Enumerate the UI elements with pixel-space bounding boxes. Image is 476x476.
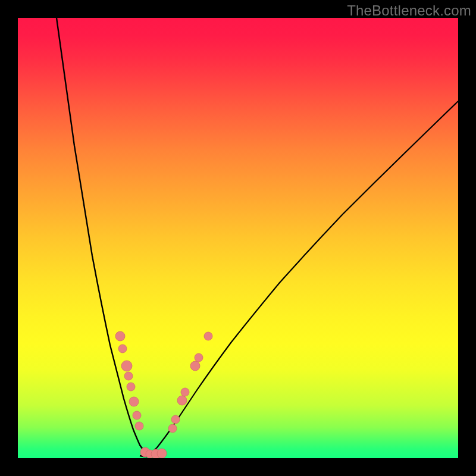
plot-area	[18, 18, 458, 458]
highlight-dot	[135, 422, 143, 430]
highlight-dot	[115, 331, 125, 341]
highlight-dot	[121, 361, 132, 371]
right-curve	[148, 101, 458, 455]
highlight-dot	[157, 449, 167, 458]
highlight-dot	[168, 424, 177, 433]
highlight-dot	[181, 388, 189, 396]
highlight-dot	[133, 411, 141, 419]
highlight-dot	[171, 415, 180, 424]
highlight-dot	[129, 397, 139, 406]
highlight-dot	[118, 345, 127, 353]
highlight-dot	[204, 332, 212, 340]
watermark-text: TheBottleneck.com	[347, 2, 471, 19]
chart-stage: TheBottleneck.com	[0, 0, 476, 476]
highlight-dot	[177, 396, 187, 405]
highlight-dot	[190, 361, 200, 371]
highlight-dot	[195, 353, 203, 362]
highlight-dot	[124, 372, 133, 380]
curve-layer	[18, 18, 458, 458]
highlight-dot	[127, 383, 135, 391]
